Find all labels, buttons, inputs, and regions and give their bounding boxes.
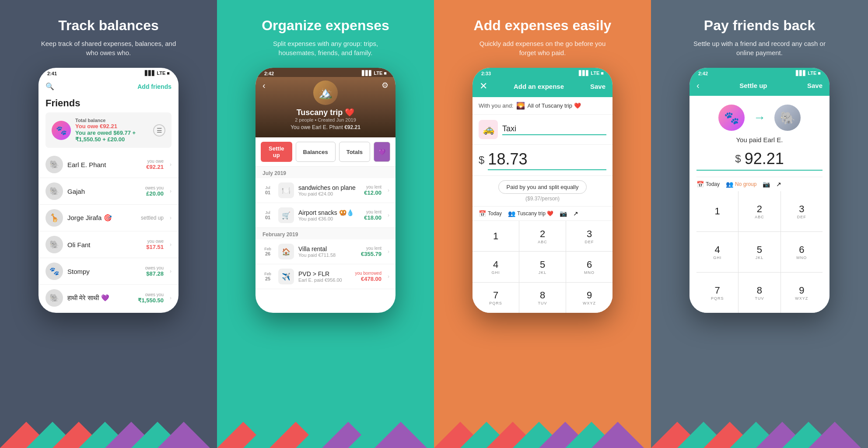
settle-header-title: Settle up [739,82,767,89]
numpad-key-4[interactable]: 4 GHI [472,252,519,282]
friend-status-gajah: owes you [145,186,164,190]
balances-button[interactable]: Balances [296,142,336,162]
expense-info-pvd: PVD > FLR Earl E. paid €956.00 [298,270,350,283]
settle-camera-meta[interactable]: 📷 [763,181,770,188]
settle-group-meta[interactable]: 👥 No group [726,181,756,188]
settle-numpad-key-6[interactable]: 6 MNO [781,232,822,272]
settle-numpad-key-3[interactable]: 3 DEF [781,191,822,231]
settle-date-meta[interactable]: 📅 Today [696,181,720,188]
friend-status-oli: you owe [146,239,164,244]
friend-avatar-jorge: 🦒 [46,209,63,227]
add-expense-header-title: Add an expense [514,83,564,90]
share-icon: ↗ [573,210,578,217]
friend-avatar-stompy: 🐾 [46,262,63,280]
balance-owe-amount: You owe €92.21 [75,123,149,130]
close-button[interactable]: ✕ [480,80,487,92]
balance-avatar: 🐾 [52,121,71,140]
panel4-subtitle: Settle up with a friend and record any c… [690,39,830,57]
settle-save-button[interactable]: Save [807,82,822,89]
expense-item-pvd[interactable]: Feb 25 ✈️ PVD > FLR Earl E. paid €956.00… [256,264,396,289]
friend-item-earl[interactable]: 🐘 Earl E. Phant you owe €92.21 › [38,151,178,178]
status-signal-3: ▋▋▋ LTE ■ [579,70,604,76]
phone-mockup-2: 2:42 ▋▋▋ LTE ■ ‹ ⚙ 🏔️ Tuscany trip ❤️ 2 … [256,68,396,313]
settle-numpad-key-7[interactable]: 7 PQRS [696,273,738,313]
numpad-key-7[interactable]: 7 PQRS [472,283,519,313]
phone-mockup-1: 2:41 ▋▋▋ LTE ■ 🔍 Add friends Friends 🐾 T… [38,68,178,313]
add-friends-button[interactable]: Add friends [137,83,172,90]
group-meta: 2 people • Created Jun 2019 [295,117,356,122]
numpad-key-2[interactable]: 2 ABC [519,221,566,251]
friend-item-haathi[interactable]: 🐘 हाथी मेरे साथी 💜 owes you ₹1,550.50 › [38,285,178,312]
chevron-jorge: › [170,215,172,221]
split-button[interactable]: Paid by you and split equally [498,180,587,194]
friend-name-stompy: Stompy [67,268,141,275]
amount-input[interactable]: 18.73 [488,150,606,170]
friend-name-gajah: Gajah [67,188,141,195]
settle-numpad-key-1[interactable]: 1 [696,191,738,231]
arrow-right-icon: → [753,111,766,125]
settle-numpad-key-8[interactable]: 8 TUV [738,273,780,313]
expense-name-row: 🚕 Taxi [472,115,612,145]
settle-numpad-key-5[interactable]: 5 JKL [738,232,780,272]
expense-date-villa: Feb 26 [262,247,274,256]
settle-up-button[interactable]: Settle up [261,142,292,162]
panel1-subtitle: Keep track of shared expenses, balances,… [38,39,178,57]
charts-button[interactable]: 💜 [374,142,390,162]
bottom-triangles-4 [651,413,868,448]
friend-item-stompy[interactable]: 🐾 Stompy owes you $87.28 › [38,258,178,285]
friend-item-oli[interactable]: 🐘 Oli Fant you owe $17.51 › [38,231,178,258]
status-bar-2: 2:42 ▋▋▋ LTE ■ [256,68,396,77]
status-time-2: 2:42 [264,71,274,76]
settle-meta-row: 📅 Today 👥 No group 📷 ↗ [696,177,822,191]
settings-icon[interactable]: ⚙ [382,80,388,90]
group-meta[interactable]: 👥 Tuscany trip ❤️ [508,210,553,217]
numpad-key-9[interactable]: 9 WXYZ [566,283,612,313]
expense-meta-row: 📅 Today 👥 Tuscany trip ❤️ 📷 ↗ [472,206,612,221]
panel-add-expenses: Add expenses easily Quickly add expenses… [434,0,651,448]
numpad-key-6[interactable]: 6 MNO [566,252,612,282]
search-icon[interactable]: 🔍 [46,82,54,91]
settle-numpad-key-4[interactable]: 4 GHI [696,232,738,272]
date-meta[interactable]: 📅 Today [479,210,502,217]
share-meta[interactable]: ↗ [573,210,578,217]
panel4-title: Pay friends back [704,18,815,34]
balance-menu-icon[interactable]: ☰ [153,124,165,136]
friend-item-gajah[interactable]: 🐘 Gajah owes you £20.00 › [38,178,178,205]
settle-description: You paid Earl E. [736,136,783,144]
expense-item-sandwiches[interactable]: Jul 01 🍽️ sandwiches on plane You paid €… [256,178,396,203]
friend-status-jorge: settled up [141,215,164,221]
expense-name-input[interactable]: Taxi [502,124,606,135]
camera-icon: 📷 [560,210,567,217]
numpad-key-8[interactable]: 8 TUV [519,283,566,313]
totals-button[interactable]: Totals [339,142,370,162]
settle-numpad-key-2[interactable]: 2 ABC [738,191,780,231]
settle-share-meta[interactable]: ↗ [776,181,781,188]
numpad-key-3[interactable]: 3 DEF [566,221,612,251]
status-signal-4: ▋▋▋ LTE ■ [796,70,821,76]
settle-amount-display[interactable]: 92.21 [745,150,784,168]
expense-month-feb: February 2019 [256,228,396,239]
numpad-3: 1 2 ABC 3 DEF 4 GHI 5 JKL [472,221,612,313]
settle-numpad-key-9[interactable]: 9 WXYZ [781,273,822,313]
friends-title: Friends [38,98,178,112]
expense-item-snacks[interactable]: Jul 01 🛒 Airport snacks 🥨💧 You paid €36.… [256,203,396,228]
expense-month-july: July 2019 [256,167,396,178]
numpad-key-1[interactable]: 1 [472,221,519,251]
numpad-key-5[interactable]: 5 JKL [519,252,566,282]
settle-back-button[interactable]: ‹ [696,80,700,91]
group-owe-text: You owe Earl E. Phant €92.21 [290,124,360,130]
friend-item-jorge[interactable]: 🦒 Jorge Jirafa 🎯 settled up › [38,205,178,231]
bottom-triangles-2 [217,413,434,448]
expense-item-villa[interactable]: Feb 26 🏠 Villa rental You paid €711.58 y… [256,239,396,264]
save-button[interactable]: Save [590,83,606,90]
friend-amount-gajah: £20.00 [145,190,164,197]
camera-meta[interactable]: 📷 [560,210,567,217]
payer-avatar: 🐾 [718,105,745,131]
expense-icon-sandwiches: 🍽️ [278,182,294,198]
expense-date-pvd: Feb 25 [262,272,274,281]
split-detail: ($9.37/person) [525,196,560,202]
friend-avatar-haathi: 🐘 [46,289,63,307]
bottom-triangles-1 [0,413,217,448]
status-bar-4: 2:42 ▋▋▋ LTE ■ [690,68,830,77]
back-button[interactable]: ‹ [262,80,266,91]
